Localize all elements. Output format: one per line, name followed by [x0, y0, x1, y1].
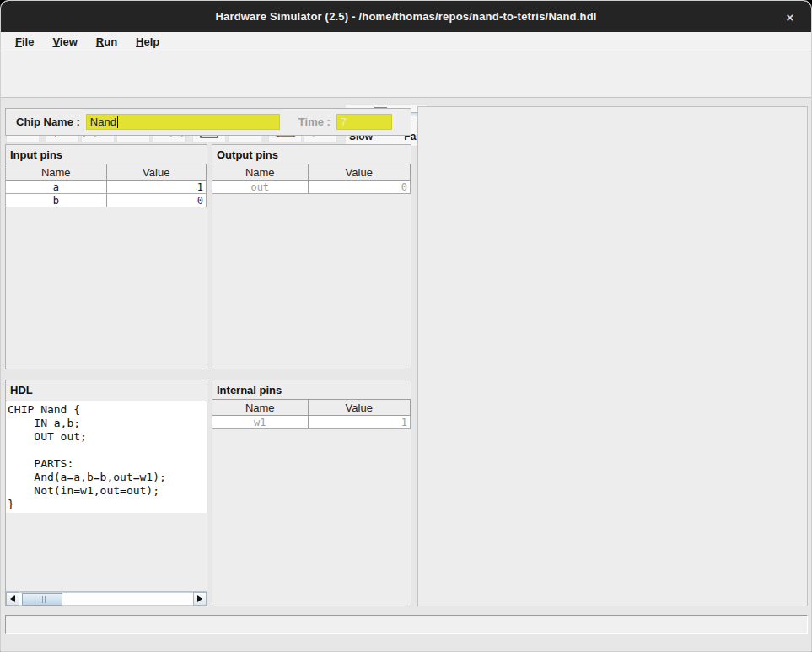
pin-name-cell: b: [6, 194, 106, 207]
scrollbar-thumb[interactable]: [22, 593, 62, 606]
hdl-code-view: CHIP Nand { IN a,b; OUT out; PARTS: And(…: [6, 401, 207, 591]
menu-bar: File View Run Help: [1, 32, 811, 51]
internal-pins-title: Internal pins: [212, 380, 411, 399]
text-caret: [117, 116, 118, 128]
menu-help[interactable]: Help: [128, 34, 167, 50]
hdl-horizontal-scrollbar[interactable]: [6, 591, 207, 606]
pin-name-cell: out: [212, 181, 308, 194]
chip-name-bar: Chip Name : Nand Time : 7: [5, 108, 411, 136]
title-bar: Hardware Simulator (2.5) - /home/thomas/…: [1, 1, 811, 32]
pin-value-cell[interactable]: 1: [106, 181, 207, 194]
table-row: out 0: [212, 181, 411, 194]
column-header-name: Name: [212, 400, 308, 416]
window-title: Hardware Simulator (2.5) - /home/thomas/…: [215, 10, 596, 23]
hdl-code: CHIP Nand { IN a,b; OUT out; PARTS: And(…: [6, 401, 207, 513]
internal-pins-table: Name Value w1 1: [212, 399, 411, 429]
menu-file[interactable]: File: [8, 34, 41, 50]
menu-view[interactable]: View: [45, 34, 84, 50]
input-pins-title: Input pins: [6, 145, 207, 164]
internal-pins-panel: Internal pins Name Value w1 1: [212, 380, 411, 606]
pin-value-cell: 1: [308, 416, 411, 429]
column-header-name: Name: [6, 164, 106, 181]
column-header-value: Value: [308, 400, 411, 416]
status-bar: [5, 615, 808, 634]
input-pins-panel: Input pins Name Value a 1 b 0: [5, 144, 207, 369]
output-pins-table: Name Value out 0: [212, 164, 411, 194]
chip-name-field[interactable]: Nand: [86, 114, 280, 130]
chip-name-label: Chip Name :: [16, 116, 80, 128]
column-header-name: Name: [212, 164, 308, 181]
output-pins-panel: Output pins Name Value out 0: [212, 144, 411, 369]
toolbar: Slow Fast Animate: Program flow Format: …: [1, 51, 811, 98]
menu-run[interactable]: Run: [89, 34, 125, 50]
table-row: b 0: [6, 194, 207, 207]
output-pins-title: Output pins: [212, 145, 411, 164]
table-row: a 1: [6, 181, 207, 194]
input-pins-table: Name Value a 1 b 0: [6, 164, 207, 207]
hdl-title: HDL: [6, 380, 207, 399]
pin-name-cell: a: [6, 181, 106, 194]
hdl-panel: HDL CHIP Nand { IN a,b; OUT out; PARTS: …: [5, 380, 207, 606]
scroll-right-icon[interactable]: [193, 592, 207, 606]
time-field[interactable]: 7: [336, 114, 392, 130]
time-label: Time :: [298, 116, 331, 128]
hardware-simulator-window: Hardware Simulator (2.5) - /home/thomas/…: [0, 0, 812, 652]
pin-value-cell[interactable]: 0: [106, 194, 207, 207]
column-header-value: Value: [308, 164, 411, 181]
close-icon[interactable]: ×: [781, 8, 799, 26]
screen-view-panel: [417, 106, 808, 606]
pin-value-cell: 0: [308, 181, 411, 194]
table-row: w1 1: [212, 416, 411, 429]
scrollbar-track[interactable]: [19, 592, 193, 606]
column-header-value: Value: [106, 164, 207, 181]
scroll-left-icon[interactable]: [6, 592, 19, 606]
pin-name-cell: w1: [212, 416, 308, 429]
